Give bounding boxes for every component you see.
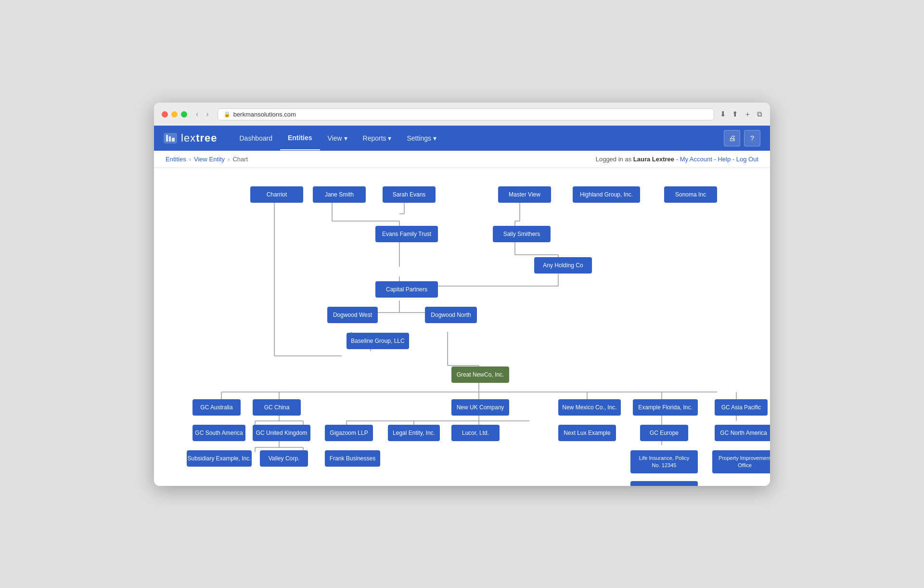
print-button[interactable]: 🖨 <box>724 130 740 146</box>
node-lucor-ltd[interactable]: Lucor, Ltd. <box>451 425 500 441</box>
svg-rect-1 <box>169 136 171 142</box>
node-dogwood-west[interactable]: Dogwood West <box>327 307 378 323</box>
node-gc-north-america[interactable]: GC North America <box>715 425 770 441</box>
node-legal-entity[interactable]: Legal Entity, Inc. <box>388 425 440 441</box>
download-button[interactable]: ⬇ <box>720 110 726 119</box>
node-life-insurance[interactable]: Life Insurance, Policy No. 12345 <box>630 450 698 473</box>
node-capital-partners[interactable]: Capital Partners <box>375 281 438 298</box>
node-master-view[interactable]: Master View <box>498 186 551 203</box>
duplicate-button[interactable]: ⧉ <box>757 110 762 119</box>
user-sep-1: - <box>676 156 680 163</box>
breadcrumb: Entities › View Entity › Chart <box>166 156 248 163</box>
new-tab-button[interactable]: ＋ <box>744 110 751 119</box>
nav-entities[interactable]: Entities <box>280 126 320 150</box>
node-any-holding-co[interactable]: Any Holding Co <box>534 257 592 274</box>
node-gc-south-america[interactable]: GC South America <box>192 425 245 441</box>
node-dogwood-north[interactable]: Dogwood North <box>425 307 477 323</box>
user-sep-3: - <box>732 156 736 163</box>
lock-icon: 🔒 <box>224 111 231 118</box>
node-baseline-group[interactable]: Baseline Group, LLC <box>346 333 409 349</box>
share-button[interactable]: ⬆ <box>732 110 738 119</box>
node-yet-one-more[interactable]: Yet One More Newco, LLC <box>630 481 698 486</box>
browser-chrome: ‹ › 🔒 berkmansolutions.com ⬇ ⬆ ＋ ⧉ <box>154 103 770 126</box>
node-valley-corp[interactable]: Valley Corp. <box>260 450 308 467</box>
nav-dashboard[interactable]: Dashboard <box>231 127 280 150</box>
back-button[interactable]: ‹ <box>193 109 201 119</box>
svg-rect-2 <box>172 138 175 142</box>
node-gc-europe[interactable]: GC Europe <box>640 425 688 441</box>
node-sally-smithers[interactable]: Sally Smithers <box>493 226 551 242</box>
node-gc-australia[interactable]: GC Australia <box>192 399 241 416</box>
my-account-link[interactable]: My Account <box>680 156 712 163</box>
node-subsidiary-example[interactable]: Subsidiary Example, Inc. <box>187 450 252 467</box>
node-great-newco[interactable]: Great NewCo, Inc. <box>451 366 509 383</box>
breadcrumb-sep-2: › <box>228 156 230 163</box>
forward-button[interactable]: › <box>203 109 211 119</box>
close-button[interactable] <box>162 111 168 118</box>
node-jane-smith[interactable]: Jane Smith <box>313 186 366 203</box>
node-frank-businesses[interactable]: Frank Businesses <box>325 450 380 467</box>
breadcrumb-bar: Entities › View Entity › Chart Logged in… <box>154 151 770 168</box>
user-name: Laura Lextree <box>633 156 674 163</box>
node-example-florida[interactable]: Example Florida, Inc. <box>633 399 698 416</box>
user-info: Logged in as Laura Lextree - My Account … <box>596 156 758 163</box>
node-sarah-evans[interactable]: Sarah Evans <box>383 186 436 203</box>
node-highland-group[interactable]: Highland Group, Inc. <box>573 186 640 203</box>
node-gc-asia-pacific[interactable]: GC Asia Pacific <box>715 399 768 416</box>
node-charriot[interactable]: Charriot <box>250 186 303 203</box>
breadcrumb-current: Chart <box>232 156 248 163</box>
nav-settings[interactable]: Settings ▾ <box>399 127 444 150</box>
logout-link[interactable]: Log Out <box>736 156 758 163</box>
maximize-button[interactable] <box>181 111 187 118</box>
node-new-uk-company[interactable]: New UK Company <box>451 399 509 416</box>
logged-in-text: Logged in as <box>596 156 633 163</box>
nav-reports[interactable]: Reports ▾ <box>355 127 399 150</box>
node-new-mexico-co[interactable]: New Mexico Co., Inc. <box>558 399 621 416</box>
app-logo: lextree <box>164 132 217 144</box>
breadcrumb-view-entity[interactable]: View Entity <box>194 156 225 163</box>
svg-rect-0 <box>166 135 168 142</box>
main-nav: Dashboard Entities View ▾ Reports ▾ Sett… <box>231 126 444 150</box>
help-link[interactable]: Help <box>718 156 731 163</box>
chart-area: Charriot Jane Smith Sarah Evans Master V… <box>154 168 770 486</box>
node-next-lux-example[interactable]: Next Lux Example <box>558 425 616 441</box>
traffic-lights <box>162 111 187 118</box>
node-sonoma-inc[interactable]: Sonoma Inc <box>664 186 717 203</box>
node-property-improvement[interactable]: Property Improvement Office <box>712 450 770 473</box>
minimize-button[interactable] <box>171 111 178 118</box>
node-gc-united-kingdom[interactable]: GC United Kingdom <box>253 425 310 441</box>
breadcrumb-entities[interactable]: Entities <box>166 156 186 163</box>
logo-text: lextree <box>181 132 217 144</box>
url-text: berkmansolutions.com <box>233 111 296 118</box>
app-nav: lextree Dashboard Entities View ▾ Report… <box>154 126 770 151</box>
breadcrumb-sep-1: › <box>189 156 191 163</box>
address-bar[interactable]: 🔒 berkmansolutions.com <box>218 108 714 120</box>
org-chart: Charriot Jane Smith Sarah Evans Master V… <box>164 178 760 476</box>
node-gc-china[interactable]: GC China <box>253 399 301 416</box>
nav-view[interactable]: View ▾ <box>320 127 355 150</box>
help-button[interactable]: ? <box>744 130 760 146</box>
node-evans-family-trust[interactable]: Evans Family Trust <box>375 226 438 242</box>
logo-icon <box>164 133 177 144</box>
node-gigazoom-llp[interactable]: Gigazoom LLP <box>325 425 373 441</box>
browser-window: ‹ › 🔒 berkmansolutions.com ⬇ ⬆ ＋ ⧉ <box>154 103 770 486</box>
